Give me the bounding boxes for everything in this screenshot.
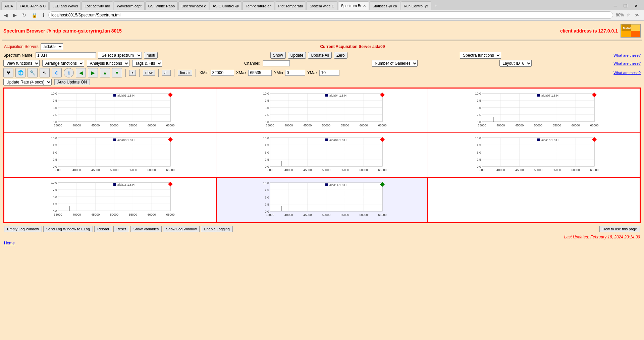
tab-run-control[interactable]: Run Control @	[401, 1, 431, 10]
enable-logging-button[interactable]: Enable Logging	[201, 226, 232, 232]
zero-button[interactable]: Zero	[334, 52, 347, 59]
svg-text:40000: 40000	[284, 124, 293, 127]
tab-discriminator[interactable]: Discriminator c	[178, 1, 209, 10]
svg-text:5.0: 5.0	[265, 151, 269, 154]
gallery-cell-aida07[interactable]: 0.02.55.07.510.0350004000045000500005500…	[428, 88, 640, 133]
gallery-cell-aida14[interactable]: 0.02.55.07.510.0350004000045000500005500…	[216, 177, 428, 223]
close-button[interactable]: ✕	[632, 3, 640, 9]
empty-log-button[interactable]: Empty Log Window	[4, 226, 42, 232]
reload-nav-button[interactable]: ↻	[21, 12, 28, 18]
gallery-cell-aida13[interactable]: 0.02.55.07.510.0350004000045000500005500…	[4, 177, 216, 223]
tags-fits-dropdown[interactable]: Tags & Fits	[132, 60, 162, 67]
up-button[interactable]: ▲	[100, 68, 110, 77]
gallery-cell-aida08[interactable]: 0.02.55.07.510.0350004000045000500005500…	[4, 133, 216, 177]
svg-text:65000: 65000	[378, 213, 386, 217]
gallery-cell-aida03[interactable]: 0.02.55.07.510.0350004000045000500005500…	[4, 88, 216, 133]
tab-system[interactable]: System wide C	[307, 1, 337, 10]
new-tab-button[interactable]: +	[432, 2, 440, 10]
back-button[interactable]: ◀	[3, 12, 9, 18]
svg-text:60000: 60000	[148, 124, 156, 127]
what-are-these-3[interactable]: What are these?	[613, 71, 641, 75]
tab-fadc[interactable]: FADC Align & C	[17, 1, 49, 10]
restore-button[interactable]: ❐	[622, 3, 630, 9]
layout-dropdown[interactable]: Layout ID=6	[499, 60, 532, 67]
tab-temperature[interactable]: Temperature an	[243, 1, 274, 10]
cursor-icon-button[interactable]: ↖	[40, 68, 50, 77]
tab-aida[interactable]: AIDA	[1, 1, 16, 10]
xmin-input[interactable]	[211, 70, 234, 76]
svg-text:35000: 35000	[54, 168, 62, 172]
ymin-input[interactable]	[285, 70, 305, 76]
show-variables-button[interactable]: Show Variables	[130, 226, 162, 232]
reload-button[interactable]: Reload	[94, 226, 112, 232]
how-to-button[interactable]: How to use this page	[599, 226, 640, 232]
svg-text:aida07 1.8.H: aida07 1.8.H	[541, 94, 558, 97]
send-log-button[interactable]: Send Log Window to ELog	[43, 226, 93, 232]
next-button[interactable]: ▶	[88, 68, 98, 77]
settings-icon-button[interactable]: 🔧	[28, 68, 38, 77]
minimize-button[interactable]: ─	[612, 3, 619, 9]
home-link[interactable]: Home	[4, 241, 15, 245]
reset-button[interactable]: Reset	[113, 226, 129, 232]
tab-gsi[interactable]: GSI White Rabb	[145, 1, 178, 10]
radioactive-icon-button[interactable]: ☢	[3, 68, 13, 77]
tab-close-icon[interactable]: ✕	[363, 4, 366, 8]
zoom-level: 80%	[616, 13, 624, 17]
tab-waveform[interactable]: Waveform capt	[114, 1, 145, 10]
spectra-functions-dropdown[interactable]: Spectra functions	[460, 52, 501, 59]
last-updated: Last Updated: February 18, 2024 23:14:39	[4, 235, 640, 239]
gallery-cell-aida04[interactable]: 0.02.55.07.510.0350004000045000500005500…	[216, 88, 428, 133]
multi-button[interactable]: multi	[144, 52, 158, 59]
address-input[interactable]	[48, 11, 613, 19]
tab-statistics[interactable]: Statistics @ ca	[370, 1, 400, 10]
acq-server-label: Acquisition Servers	[4, 44, 39, 49]
svg-text:2.5: 2.5	[265, 113, 269, 117]
svg-text:60000: 60000	[360, 213, 368, 217]
num-galleries-dropdown[interactable]: Number of Galleries	[372, 60, 418, 67]
what-are-these-1[interactable]: What are these?	[613, 53, 641, 57]
forward-button[interactable]: ▶	[12, 12, 18, 18]
all-button[interactable]: all	[162, 70, 171, 76]
tab-lost[interactable]: Lost activity mo	[82, 1, 113, 10]
down-button[interactable]: ▼	[112, 68, 122, 77]
update-all-button[interactable]: Update All	[308, 52, 332, 59]
chart-aida04: 0.02.55.07.510.0350004000045000500005500…	[218, 90, 426, 130]
svg-text:7.5: 7.5	[265, 99, 269, 102]
update-button[interactable]: Update	[288, 52, 306, 59]
tab-led[interactable]: LED and Wavel	[49, 1, 81, 10]
svg-text:7.5: 7.5	[265, 188, 269, 192]
bookmark-icon[interactable]: ☆	[627, 13, 630, 17]
prev-button[interactable]: ◀	[76, 68, 86, 77]
new-button[interactable]: new	[143, 70, 155, 76]
view-functions-dropdown[interactable]: View functions	[3, 60, 40, 67]
gallery-cell-aida09[interactable]: 0.02.55.07.510.0350004000045000500005500…	[216, 133, 428, 177]
what-are-these-2[interactable]: What are these?	[613, 61, 641, 65]
info-icon-button[interactable]: ℹ	[64, 68, 74, 77]
xmin-label: XMin	[199, 70, 208, 75]
tab-spectrum[interactable]: Spectrum Br ✕	[338, 1, 369, 10]
svg-text:45000: 45000	[303, 124, 312, 127]
extensions-button[interactable]: ≫	[633, 12, 641, 18]
update-rate-dropdown[interactable]: Update Rate (4 secs)	[3, 79, 52, 86]
circle-icon-button[interactable]: ⊙	[52, 68, 62, 77]
linear-button[interactable]: linear	[178, 70, 192, 76]
show-button[interactable]: Show	[270, 52, 286, 59]
analysis-functions-dropdown[interactable]: Analysis functions	[87, 60, 129, 67]
spectrum-name-input[interactable]	[36, 52, 96, 58]
select-spectrum-dropdown[interactable]: Select a spectrum	[98, 52, 142, 59]
ymax-input[interactable]	[319, 70, 339, 76]
x-button[interactable]: x	[129, 70, 136, 76]
globe-icon-button[interactable]: 🌐	[15, 68, 25, 77]
svg-text:aida08 1.8.H: aida08 1.8.H	[117, 138, 135, 142]
svg-text:0.0: 0.0	[477, 120, 481, 124]
arrange-functions-dropdown[interactable]: Arrange functions	[42, 60, 84, 67]
auto-update-button[interactable]: Auto Update ON	[54, 79, 90, 85]
tab-asic[interactable]: ASIC Control @	[210, 1, 242, 10]
xmax-input[interactable]	[248, 70, 272, 76]
acq-server-select[interactable]: aida09	[41, 43, 63, 50]
channel-input[interactable]	[263, 60, 290, 66]
show-log-window-button[interactable]: Show Log Window	[163, 226, 200, 232]
gallery-cell-aida10[interactable]: 0.02.55.07.510.0350004000045000500005500…	[428, 133, 640, 177]
tab-plot[interactable]: Plot Temperatu	[275, 1, 306, 10]
svg-text:45000: 45000	[91, 124, 100, 127]
